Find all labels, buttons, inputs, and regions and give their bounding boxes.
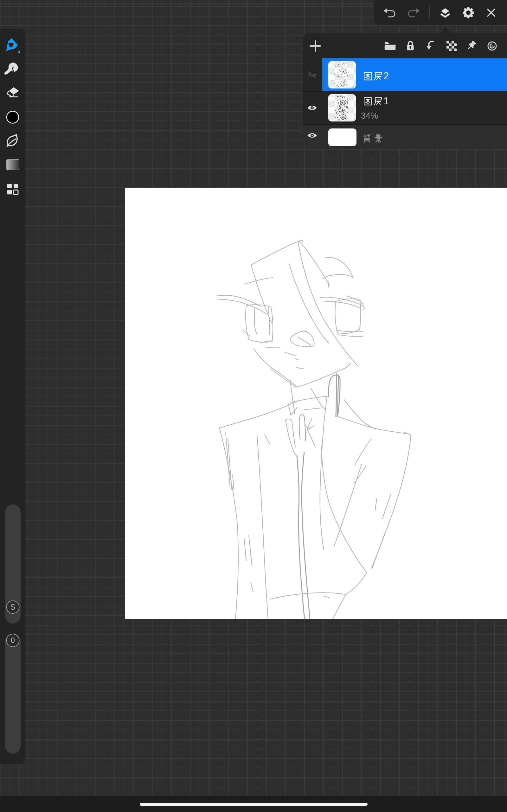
svg-text:S: S bbox=[10, 603, 15, 611]
svg-text:1: 1 bbox=[383, 96, 389, 107]
svg-text:0: 0 bbox=[11, 636, 15, 645]
svg-text:2: 2 bbox=[383, 70, 389, 82]
